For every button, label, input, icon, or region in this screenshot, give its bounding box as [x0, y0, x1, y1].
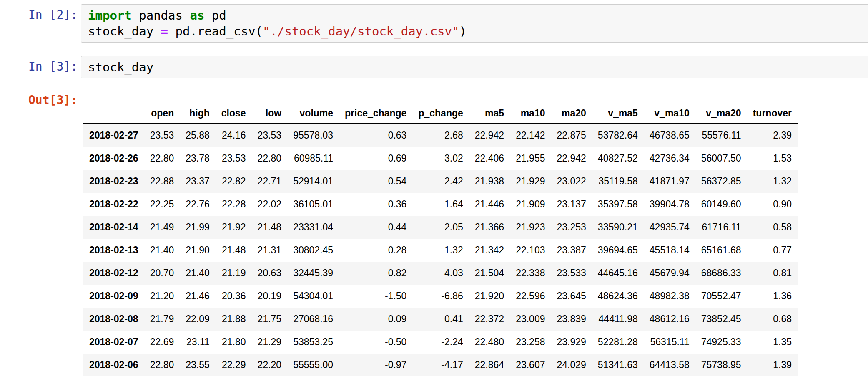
table-cell: 1.31	[747, 376, 798, 379]
table-cell: 22.45	[144, 376, 180, 379]
table-cell: 22.596	[510, 285, 551, 308]
table-cell: 1.36	[747, 285, 798, 308]
table-cell: 41871.97	[644, 170, 695, 193]
code-input-in2[interactable]: import pandas as pdstock_day = pd.read_c…	[81, 4, 868, 43]
output-cell-out3: Out[3]: openhighcloselowvolumeprice_chan…	[0, 92, 868, 379]
table-cell: 23.839	[551, 308, 592, 331]
row-index: 2018-02-13	[83, 239, 144, 262]
table-row: 2018-02-2723.5325.8824.1623.5395578.030.…	[83, 124, 798, 147]
table-cell: 2.42	[412, 170, 469, 193]
table-cell: 48982.38	[644, 285, 695, 308]
table-cell: 22.875	[551, 124, 592, 147]
table-cell: 22.864	[469, 354, 510, 376]
table-cell: 22.942	[551, 147, 592, 170]
table-cell: 32445.39	[287, 262, 339, 285]
table-cell: 23.929	[551, 331, 592, 354]
row-index: 2018-02-14	[83, 216, 144, 239]
table-cell: 52914.01	[287, 170, 339, 193]
table-cell: 20.19	[252, 285, 288, 308]
column-header-volume: volume	[287, 104, 339, 124]
table-cell: 1.39	[747, 354, 798, 376]
table-cell: 4.03	[412, 262, 469, 285]
table-cell: 21.929	[510, 170, 551, 193]
table-row: 2018-02-2322.8823.3722.8222.7152914.010.…	[83, 170, 798, 193]
table-cell: 21.88	[216, 308, 252, 331]
table-cell: -6.86	[412, 285, 469, 308]
table-cell: 48612.16	[644, 308, 695, 331]
row-index: 2018-02-05	[83, 376, 144, 379]
table-cell: -1.50	[339, 285, 412, 308]
table-cell: 77070.00	[695, 376, 747, 379]
input-prompt-in3: In [3]:	[0, 56, 78, 75]
table-cell: 0.58	[747, 216, 798, 239]
output-prompt-out3: Out[3]:	[0, 92, 78, 109]
table-cell: 0.36	[339, 193, 412, 216]
dataframe-header: openhighcloselowvolumeprice_changep_chan…	[83, 104, 798, 124]
row-index: 2018-02-27	[83, 124, 144, 147]
table-row: 2018-02-0522.4523.3923.2722.2552341.390.…	[83, 376, 798, 379]
table-row: 2018-02-1421.4921.9921.9221.4823331.040.…	[83, 216, 798, 239]
table-cell: 52281.28	[592, 331, 644, 354]
table-cell: 24.112	[551, 376, 592, 379]
table-cell: 22.142	[510, 124, 551, 147]
table-cell: 23.607	[510, 354, 551, 376]
table-cell: 23.39	[180, 376, 216, 379]
table-cell: 23.55	[180, 354, 216, 376]
table-row: 2018-02-1220.7021.4021.1920.6332445.390.…	[83, 262, 798, 285]
table-cell: 21.92	[216, 216, 252, 239]
table-cell: 48624.36	[592, 285, 644, 308]
table-cell: 20.63	[252, 262, 288, 285]
table-cell: 20.70	[144, 262, 180, 285]
table-cell: 0.09	[339, 308, 412, 331]
table-cell: 68686.33	[695, 262, 747, 285]
table-cell: 20.36	[216, 285, 252, 308]
table-cell: 23.253	[551, 216, 592, 239]
table-cell: 21.938	[469, 170, 510, 193]
table-cell: 0.54	[339, 170, 412, 193]
input-prompt-in2: In [2]:	[0, 4, 78, 23]
table-cell: 22.25	[252, 376, 288, 379]
table-cell: 2.39	[747, 124, 798, 147]
table-cell: 95578.03	[287, 124, 339, 147]
table-cell: -2.24	[412, 331, 469, 354]
table-cell: 30802.45	[287, 239, 339, 262]
dataframe-table: openhighcloselowvolumeprice_changep_chan…	[83, 104, 798, 379]
table-cell: 21.19	[216, 262, 252, 285]
table-cell: 21.923	[510, 216, 551, 239]
table-cell: 23331.04	[287, 216, 339, 239]
table-cell: 21.29	[252, 331, 288, 354]
table-cell: 25.88	[180, 124, 216, 147]
table-cell: 22.480	[469, 331, 510, 354]
column-header-low: low	[252, 104, 288, 124]
code-token-plain: pandas	[132, 8, 190, 23]
code-line: stock_day = pd.read_csv("./stock_day/sto…	[88, 23, 868, 39]
row-index: 2018-02-07	[83, 331, 144, 354]
table-cell: 21.955	[510, 147, 551, 170]
row-index: 2018-02-09	[83, 285, 144, 308]
table-cell: 1.53	[747, 147, 798, 170]
table-cell: 22.82	[216, 170, 252, 193]
table-cell: 56007.50	[695, 147, 747, 170]
table-cell: 22.88	[144, 170, 180, 193]
table-cell: 22.103	[510, 239, 551, 262]
table-cell: 0.63	[339, 124, 412, 147]
table-cell: 23.258	[510, 331, 551, 354]
table-cell: 23.53	[216, 147, 252, 170]
table-cell: 23.137	[551, 193, 592, 216]
table-cell: 21.40	[144, 239, 180, 262]
table-cell: 22.80	[144, 354, 180, 376]
table-cell: 23.37	[180, 170, 216, 193]
table-cell: 46714.72	[592, 376, 644, 379]
table-cell: 73852.45	[695, 308, 747, 331]
code-input-in3[interactable]: stock_day	[81, 56, 868, 78]
table-cell: 42736.34	[644, 147, 695, 170]
index-corner-header	[83, 104, 144, 124]
table-cell: 35397.58	[592, 193, 644, 216]
table-cell: 1.35	[747, 331, 798, 354]
table-cell: 22.71	[252, 170, 288, 193]
table-cell: 53853.25	[287, 331, 339, 354]
table-cell: -0.50	[339, 331, 412, 354]
table-cell: 55555.00	[287, 354, 339, 376]
table-cell: 21.48	[216, 239, 252, 262]
table-cell: 70552.47	[695, 285, 747, 308]
